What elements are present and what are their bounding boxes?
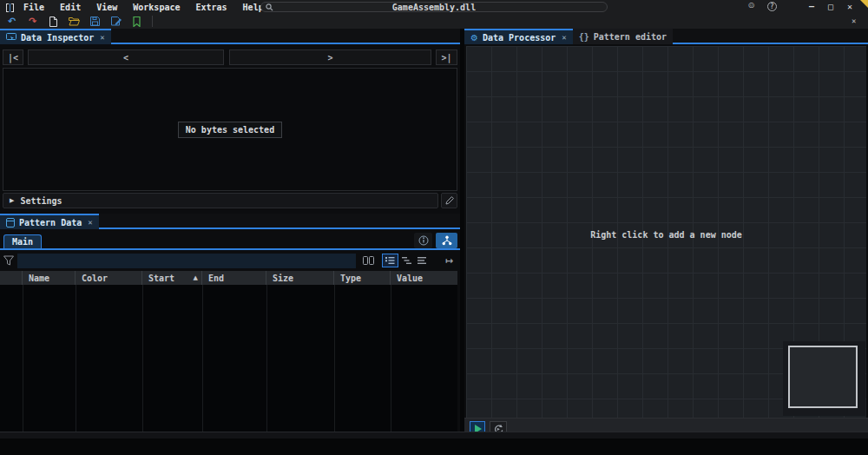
info-icon [418,235,429,246]
column-color-swatch[interactable] [0,271,23,285]
processor-tabbar: ⚙ Data Processor ✕ {} Pattern editor [464,29,868,44]
pattern-data-tabbar: Pattern Data ✕ [0,214,460,229]
flat-view-icon [418,256,427,265]
tab-label: Data Inspector [21,33,94,43]
nav-next-button[interactable]: > [229,49,431,65]
maximize-button[interactable]: □ [828,2,833,11]
column-name[interactable]: Name [23,271,76,285]
canvas-hint-text: Right click to add a new node [466,230,866,240]
bookmark-icon[interactable] [131,16,142,27]
tab-close-icon[interactable]: ✕ [100,33,104,42]
gear-icon: ⚙ [470,33,478,43]
sort-ascending-icon: ▲ [194,274,198,281]
column-type[interactable]: Type [334,271,391,285]
inspector-nav-row: |< < > >| [0,49,460,65]
titlebar-right: ☺ ? – □ ✕ [748,1,852,11]
no-bytes-selected-message: No bytes selected [178,122,282,138]
tab-pattern-data[interactable]: Pattern Data ✕ [0,214,99,229]
imhex-logo-icon [5,3,15,12]
menu-file[interactable]: File [23,3,44,12]
inspector-edit-button[interactable] [441,193,457,208]
column-start[interactable]: Start ▲ [142,271,202,285]
column-value[interactable]: Value [391,271,457,285]
undo-icon[interactable]: ↶ [6,16,17,27]
menu-extras[interactable]: Extras [195,3,227,12]
nav-last-button[interactable]: >| [436,49,457,65]
auto-expand-button[interactable]: ↦ [441,254,457,267]
column-size[interactable]: Size [266,271,334,285]
nav-first-button[interactable]: |< [3,49,23,65]
node-editor-minimap[interactable] [783,341,865,416]
tab-close-icon[interactable]: ✕ [562,33,566,42]
nav-prev-button[interactable]: < [28,49,224,65]
search-icon [266,3,273,13]
data-inspector-icon [6,33,16,42]
filter-input[interactable] [17,254,356,268]
menu-view[interactable]: View [96,3,117,12]
braces-icon: {} [579,32,589,42]
tab-label: Pattern editor [594,32,667,42]
close-button[interactable]: ✕ [847,2,852,11]
tab-pattern-editor[interactable]: {} Pattern editor [573,29,673,44]
view-list-button[interactable] [382,254,398,267]
pattern-table-body [0,285,457,432]
menu-bar: File Edit View Workspace Extras Help [23,3,264,12]
hierarchy-icon [442,235,452,246]
pattern-tree-view-button[interactable] [436,233,457,248]
open-file-icon[interactable] [69,16,80,26]
subtab-main[interactable]: Main [3,234,42,248]
node-editor-canvas[interactable]: Right click to add a new node [466,46,866,418]
minimize-button[interactable]: – [809,2,814,11]
tab-close-icon[interactable]: ✕ [88,218,92,227]
pattern-subtab-row: Main [0,233,460,250]
right-panel: ⚙ Data Processor ✕ {} Pattern editor Rig… [464,29,868,439]
tree-view-icon [402,256,411,265]
toolbar: ↶ ↷ [0,14,153,29]
new-file-icon[interactable] [48,16,59,27]
pencil-icon [445,196,454,205]
filter-funnel-icon [3,255,14,267]
column-end[interactable]: End [202,271,266,285]
view-columns-button[interactable] [360,254,377,267]
columns-icon [363,256,374,265]
settings-label: Settings [20,196,62,206]
tab-data-inspector[interactable]: Data Inspector ✕ [0,29,111,44]
save-icon[interactable] [89,16,101,26]
view-flat-button[interactable] [414,254,431,267]
tab-label: Data Processor [483,33,556,43]
toolbar-separator [152,16,153,27]
save-as-icon[interactable] [110,16,122,26]
help-icon[interactable]: ? [767,2,777,11]
global-search-input[interactable]: GameAssembly.dll [260,2,608,12]
column-color[interactable]: Color [76,271,142,285]
tab-label: Pattern Data [19,218,82,228]
pattern-table-header: Name Color Start ▲ End Size Type Value [0,271,457,285]
column-start-label: Start [148,274,174,283]
banner-close-icon[interactable]: ✕ [852,16,856,25]
feedback-smiley-icon[interactable]: ☺ [748,1,754,11]
top-band: File Edit View Workspace Extras Help Gam… [0,0,868,29]
redo-icon[interactable]: ↷ [27,16,38,27]
window-controls: – □ ✕ [809,2,852,11]
search-value: GameAssembly.dll [392,3,476,12]
minimap-viewport[interactable] [788,346,858,408]
pattern-data-icon [6,218,15,228]
maps-to-icon: ↦ [445,255,453,267]
tab-data-processor[interactable]: ⚙ Data Processor ✕ [464,29,573,44]
imhex-window: File Edit View Workspace Extras Help Gam… [0,0,868,455]
collapse-triangle-icon: ▶ [10,197,14,204]
pattern-filter-row: ↦ [0,254,460,268]
inspector-settings-header[interactable]: ▶ Settings [3,193,438,208]
pattern-info-button[interactable] [414,233,432,248]
menu-workspace[interactable]: Workspace [133,3,180,12]
nightly-build-corner-flag [860,0,868,8]
inspector-content: No bytes selected [3,68,457,191]
list-view-icon [385,256,395,265]
title-bar: File Edit View Workspace Extras Help Gam… [0,0,868,14]
left-panel: Data Inspector ✕ |< < > >| No bytes sele… [0,29,460,432]
inspector-tabbar: Data Inspector ✕ [0,29,460,44]
status-strip [0,432,868,439]
view-tree-button[interactable] [398,254,415,267]
menu-edit[interactable]: Edit [60,3,81,12]
